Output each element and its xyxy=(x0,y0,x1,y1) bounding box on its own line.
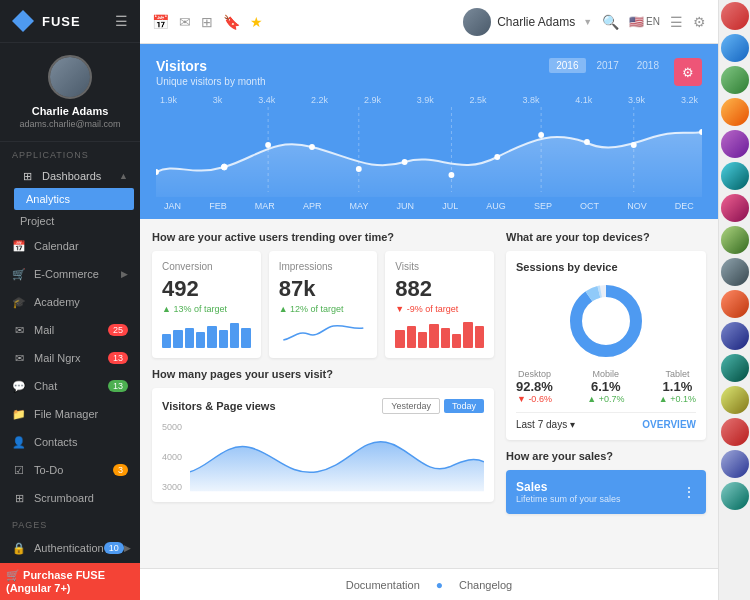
metric-trend: ▲ 12% of target xyxy=(279,304,368,314)
sidebar-item-ecommerce[interactable]: 🛒 E-Commerce ▶ xyxy=(0,260,140,288)
hamburger-icon[interactable]: ☰ xyxy=(115,13,128,29)
purchase-button[interactable]: 🛒 Purchase FUSE (Angular 7+) xyxy=(0,563,140,600)
year-tab-2016[interactable]: 2016 xyxy=(549,58,585,73)
footer-documentation[interactable]: Documentation xyxy=(346,579,420,591)
avatar-strip-item[interactable] xyxy=(721,130,749,158)
calendar-icon: 📅 xyxy=(12,239,26,253)
topbar-avatar xyxy=(463,8,491,36)
mini-line-chart xyxy=(279,320,368,348)
sidebar-item-dashboards[interactable]: ⊞ Dashboards ▲ xyxy=(8,164,140,188)
avatar-strip-item[interactable] xyxy=(721,2,749,30)
topbar-lang[interactable]: 🇺🇸 EN xyxy=(629,15,660,29)
footer-separator: ● xyxy=(436,578,443,592)
metric-trend: ▲ 13% of target xyxy=(162,304,251,314)
avatar-strip-item[interactable] xyxy=(721,194,749,222)
sidebar-item-calendar[interactable]: 📅 Calendar xyxy=(0,232,140,260)
topbar-menu-icon[interactable]: ☰ xyxy=(670,14,683,30)
bar xyxy=(441,328,450,348)
devices-section: What are your top devices? Sessions by d… xyxy=(506,231,706,440)
visitors-section: Visitors Unique visitors by month 2016 2… xyxy=(140,44,718,219)
footer-changelog[interactable]: Changelog xyxy=(459,579,512,591)
sidebar-logo: FUSE ☰ xyxy=(0,0,140,43)
mail-icon: ✉ xyxy=(12,323,26,337)
avatar-strip-item[interactable] xyxy=(721,162,749,190)
chart-settings-button[interactable]: ⚙ xyxy=(674,58,702,86)
topbar-grid-icon[interactable]: ⊞ xyxy=(201,14,213,30)
topbar-bookmark-icon[interactable]: 🔖 xyxy=(223,14,240,30)
avatar-strip-item[interactable] xyxy=(721,418,749,446)
mail-badge: 25 xyxy=(108,324,128,336)
avatar-image xyxy=(50,57,90,97)
left-panels: How are your active users trending over … xyxy=(152,231,494,556)
bar xyxy=(241,328,250,348)
avatar-strip-item[interactable] xyxy=(721,226,749,254)
sidebar-item-chat[interactable]: 💬 Chat 13 xyxy=(0,372,140,400)
period-selector[interactable]: Last 7 days ▾ xyxy=(516,419,642,430)
arrow-icon: ▶ xyxy=(124,543,131,553)
chart-point xyxy=(494,154,500,160)
sidebar-item-todo[interactable]: ☑ To-Do 3 xyxy=(0,456,140,484)
mini-bar-chart xyxy=(395,320,484,348)
app-name: FUSE xyxy=(42,14,81,29)
avatar-strip-item[interactable] xyxy=(721,386,749,414)
sidebar-item-analytics[interactable]: Analytics xyxy=(14,188,134,210)
chart-x-labels: JAN FEB MAR APR MAY JUN JUL AUG SEP OCT … xyxy=(156,201,702,211)
avatar xyxy=(48,55,92,99)
sparkline-svg xyxy=(279,320,368,348)
sidebar-footer: 🛒 Purchase FUSE (Angular 7+) xyxy=(0,563,140,600)
sidebar-item-academy[interactable]: 🎓 Academy xyxy=(0,288,140,316)
sidebar-item-label: Mail xyxy=(34,324,108,336)
avatar-strip-item[interactable] xyxy=(721,258,749,286)
donut-svg xyxy=(566,281,646,361)
year-tab-2018[interactable]: 2018 xyxy=(630,58,666,73)
purchase-label: 🛒 Purchase FUSE (Angular 7+) xyxy=(6,569,134,594)
sidebar-item-auth[interactable]: 🔒 Authentication 10 ▶ xyxy=(0,534,140,562)
avatar-strip-item[interactable] xyxy=(721,450,749,478)
main-area: 📅 ✉ ⊞ 🔖 ★ Charlie Adams ▼ 🔍 🇺🇸 EN ☰ ⚙ xyxy=(140,0,718,600)
today-button[interactable]: Today xyxy=(444,399,484,413)
last7-row: Last 7 days ▾ OVERVIEW xyxy=(516,412,696,430)
sidebar-item-label: Dashboards xyxy=(42,170,119,182)
ecommerce-icon: 🛒 xyxy=(12,267,26,281)
pageviews-chart-svg xyxy=(190,422,484,492)
topbar-star-icon[interactable]: ★ xyxy=(250,14,263,30)
settings-icon: ⚙ xyxy=(682,65,694,80)
pv-chart-area xyxy=(190,422,484,492)
chart-area xyxy=(156,132,702,197)
sidebar-item-label: Analytics xyxy=(26,193,122,205)
pv-header: Visitors & Page views Yesterday Today xyxy=(162,398,484,414)
topbar-settings-icon[interactable]: ⚙ xyxy=(693,14,706,30)
sales-more-button[interactable]: ⋮ xyxy=(682,484,696,500)
topbar-calendar-icon[interactable]: 📅 xyxy=(152,14,169,30)
metric-label: Impressions xyxy=(279,261,368,272)
year-tab-2017[interactable]: 2017 xyxy=(590,58,626,73)
chart-y-labels: 1.9k 3k 3.4k 2.2k 2.9k 3.9k 2.5k 3.8k 4.… xyxy=(156,95,702,105)
avatar-strip-item[interactable] xyxy=(721,482,749,510)
avatar-strip-item[interactable] xyxy=(721,354,749,382)
sidebar-item-scrumboard[interactable]: ⊞ Scrumboard xyxy=(0,484,140,512)
avatar-strip-item[interactable] xyxy=(721,66,749,94)
topbar-profile[interactable]: Charlie Adams ▼ xyxy=(463,8,592,36)
sidebar-item-mail[interactable]: ✉ Mail 25 xyxy=(0,316,140,344)
mailngrx-badge: 13 xyxy=(108,352,128,364)
bar xyxy=(429,324,438,348)
file-icon: 📁 xyxy=(12,407,26,421)
topbar-email-icon[interactable]: ✉ xyxy=(179,14,191,30)
avatar-strip-item[interactable] xyxy=(721,290,749,318)
sidebar-item-contacts[interactable]: 👤 Contacts xyxy=(0,428,140,456)
bar xyxy=(463,322,472,348)
sidebar-item-label: Authentication xyxy=(34,542,104,554)
sidebar-item-project[interactable]: Project xyxy=(8,210,140,232)
devices-card: Sessions by device Desktop xyxy=(506,251,706,440)
avatar-strip-item[interactable] xyxy=(721,98,749,126)
overview-link[interactable]: OVERVIEW xyxy=(642,419,696,430)
avatar-strip-item[interactable] xyxy=(721,322,749,350)
bar xyxy=(196,332,205,348)
sidebar-item-mailngrx[interactable]: ✉ Mail Ngrx 13 xyxy=(0,344,140,372)
mail-ngrx-icon: ✉ xyxy=(12,351,26,365)
yesterday-button[interactable]: Yesterday xyxy=(382,398,440,414)
topbar-search-icon[interactable]: 🔍 xyxy=(602,14,619,30)
sidebar-item-filemanager[interactable]: 📁 File Manager xyxy=(0,400,140,428)
chart-point xyxy=(309,144,315,150)
avatar-strip-item[interactable] xyxy=(721,34,749,62)
